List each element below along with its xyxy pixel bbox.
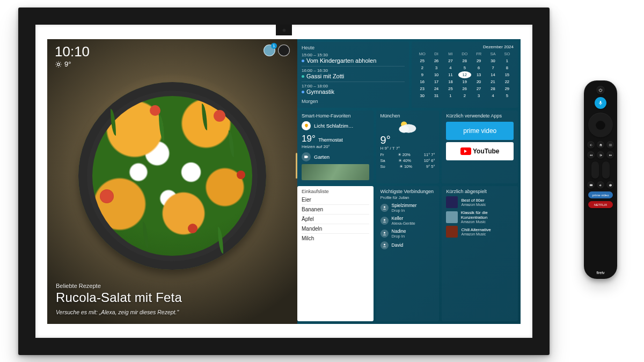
calendar-day[interactable]: 27 (472, 85, 485, 92)
calendar-day[interactable]: 4 (486, 92, 499, 99)
calendar-day[interactable]: 30 (416, 92, 429, 99)
camera-thumbnail[interactable] (302, 164, 369, 180)
svg-point-5 (384, 219, 385, 220)
list-item[interactable]: Mandeln (302, 224, 369, 234)
connection-item[interactable]: KellerAlexa-Geräte (380, 214, 435, 227)
calendar-day[interactable]: 27 (444, 57, 457, 64)
calendar-day[interactable]: 26 (430, 57, 443, 64)
calendar-day[interactable]: 11 (444, 71, 457, 78)
connection-item[interactable]: David (380, 240, 435, 250)
calendar-day[interactable]: 3 (472, 92, 485, 99)
agenda-item[interactable]: 17:00 – 18:00 Gymnastik (302, 82, 405, 97)
calendar-day[interactable]: 18 (444, 78, 457, 85)
profile-avatars[interactable] (264, 45, 290, 56)
smart-home-light[interactable]: Licht Schlafzim… (302, 120, 369, 132)
calendar-day[interactable]: 29 (472, 57, 485, 64)
list-item[interactable]: Äpfel (302, 215, 369, 224)
avatar[interactable] (278, 45, 290, 56)
power-button[interactable] (596, 86, 605, 94)
home-button[interactable] (597, 141, 604, 149)
list-item[interactable]: Bananen (302, 205, 369, 215)
calendar-day[interactable]: 3 (430, 64, 443, 71)
avatar[interactable] (264, 45, 275, 56)
calendar-day[interactable]: 21 (486, 78, 499, 85)
dpad[interactable] (588, 113, 613, 137)
agenda-item[interactable]: 16:00 – 16:30 Gassi mit Zotti (302, 67, 405, 82)
calendar-day[interactable]: 28 (458, 57, 471, 64)
connection-item[interactable]: SpielzimmerDrop In (380, 201, 435, 214)
calendar-day[interactable]: 24 (430, 85, 443, 92)
recently-played-card[interactable]: Kürzlich abgespielt Best of 80erAmazon M… (442, 186, 518, 321)
connections-card[interactable]: Wichtigste Verbindungen Profile für Juli… (376, 186, 440, 321)
weather-temp: 9° (380, 135, 435, 145)
drawer-handle[interactable] (296, 153, 297, 179)
music-item[interactable]: Chill AlternativeAmazon Music (446, 225, 514, 239)
tv-button[interactable] (587, 181, 595, 189)
calendar-card[interactable]: Dezember 2024 MODIMIDOFRSASO 25262728293… (412, 42, 518, 108)
svg-rect-8 (589, 184, 592, 186)
calendar-day[interactable]: 15 (501, 71, 514, 78)
calendar-day[interactable]: 28 (486, 85, 499, 92)
smart-home-card[interactable]: Smart-Home-Favoriten Licht Schlafzim… 19… (297, 110, 374, 183)
calendar-day[interactable]: 5 (458, 64, 471, 71)
calendar-day[interactable]: 1 (501, 57, 514, 64)
rewind-button[interactable] (587, 151, 595, 159)
calendar-day[interactable]: 22 (501, 78, 514, 85)
calendar-day[interactable]: 31 (430, 92, 443, 99)
clock-widget[interactable]: 10:10 9° (55, 45, 90, 68)
agenda-card[interactable]: Heute 15:00 – 15:30 Vom Kindergarten abh… (297, 42, 409, 108)
calendar-day[interactable]: 30 (486, 57, 499, 64)
calendar-day[interactable]: 25 (444, 85, 457, 92)
calendar-day[interactable]: 17 (430, 78, 443, 85)
shortcut-netflix[interactable]: NETFLIX (588, 201, 613, 208)
calendar-day[interactable]: 4 (444, 64, 457, 71)
music-item[interactable]: Klassik für die KonzentrationAmazon Musi… (446, 209, 514, 225)
recipe-hero[interactable]: 10:10 9° Beliebte Rezepte Rucola-Salat m… (47, 39, 297, 324)
recipe-photo (78, 82, 266, 270)
app-tile-youtube[interactable]: YouTube (446, 142, 514, 160)
weather-card[interactable]: München 9° H 9° / T 7° Fr☀ 20%11° 7°Sa☀ … (376, 110, 440, 183)
connection-item[interactable]: NadineDrop In (380, 227, 435, 240)
dashboard: Heute 15:00 – 15:30 Vom Kindergarten abh… (297, 39, 521, 324)
camera-icon (302, 152, 311, 161)
calendar-day[interactable]: 12 (458, 71, 471, 78)
agenda-item[interactable]: 15:00 – 15:30 Vom Kindergarten abholen (302, 51, 405, 67)
forward-button[interactable] (606, 151, 614, 159)
shopping-list-card[interactable]: Einkaufsliste EierBananenÄpfelMandelnMil… (297, 186, 374, 321)
channel-rocker[interactable] (602, 161, 610, 179)
calendar-day[interactable]: 10 (430, 71, 443, 78)
calendar-day[interactable]: 19 (458, 78, 471, 85)
smart-home-camera[interactable]: Garten (302, 151, 369, 163)
back-button[interactable] (587, 141, 595, 149)
list-item[interactable]: Eier (302, 195, 369, 205)
calendar-day[interactable]: 13 (472, 71, 485, 78)
card-title: Kürzlich abgespielt (446, 189, 514, 194)
calendar-day[interactable]: 6 (472, 64, 485, 71)
calendar-day[interactable]: 23 (416, 85, 429, 92)
mute-button[interactable] (597, 181, 604, 189)
calendar-day[interactable]: 8 (501, 64, 514, 71)
device-frame: 10:10 9° Beliebte Rezepte Rucola-Salat m… (18, 8, 550, 355)
music-item[interactable]: Best of 80erAmazon Music (446, 195, 514, 209)
calendar-day[interactable]: 20 (472, 78, 485, 85)
shortcut-prime-video[interactable]: prime video (588, 191, 613, 198)
calendar-day[interactable]: 16 (416, 78, 429, 85)
smart-home-thermostat[interactable]: 19° Thermostat Heizen auf 20° (302, 132, 369, 151)
calendar-day[interactable]: 26 (458, 85, 471, 92)
calendar-day[interactable]: 25 (416, 57, 429, 64)
calendar-day[interactable]: 29 (501, 85, 514, 92)
calendar-day[interactable]: 5 (501, 92, 514, 99)
volume-rocker[interactable] (591, 161, 599, 179)
list-item[interactable]: Milch (302, 234, 369, 243)
voice-button[interactable] (595, 97, 606, 109)
calendar-day[interactable]: 7 (486, 64, 499, 71)
menu-button[interactable] (606, 141, 614, 149)
calendar-day[interactable]: 2 (416, 64, 429, 71)
calendar-day[interactable]: 14 (486, 71, 499, 78)
play-pause-button[interactable] (597, 151, 604, 159)
calendar-day[interactable]: 9 (416, 71, 429, 78)
calendar-day[interactable]: 1 (444, 92, 457, 99)
settings-button[interactable] (606, 181, 614, 189)
calendar-day[interactable]: 2 (458, 92, 471, 99)
app-tile-prime-video[interactable]: prime video (446, 122, 514, 140)
